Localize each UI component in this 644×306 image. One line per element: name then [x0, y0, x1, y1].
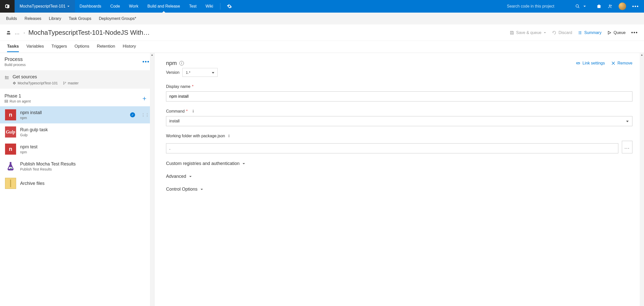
working-folder-input[interactable]: [166, 143, 618, 153]
svg-rect-5: [5, 100, 8, 101]
hub-subnav: Builds Releases Library Task Groups Depl…: [0, 13, 644, 25]
project-selector[interactable]: MochaTypescriptTest-101: [15, 0, 75, 13]
svg-point-0: [576, 5, 579, 7]
definition-tabs: Tasks Variables Triggers Options Retenti…: [0, 41, 644, 53]
breadcrumb-more[interactable]: …: [15, 30, 20, 36]
search-container: [501, 0, 591, 13]
subnav-task-groups[interactable]: Task Groups: [69, 16, 91, 21]
info-icon[interactable]: i: [229, 134, 230, 138]
working-folder-label: Working folder with package.json i: [166, 134, 632, 138]
section-custom-registries[interactable]: Custom registries and authentication: [166, 161, 632, 166]
tab-triggers[interactable]: Triggers: [52, 41, 67, 52]
breadcrumb-chevron: ›: [24, 31, 25, 35]
tab-options[interactable]: Options: [74, 41, 89, 52]
page-header: … › MochaTypescriptTest-101-NodeJS With……: [0, 25, 644, 41]
section-advanced[interactable]: Advanced: [166, 174, 632, 179]
subnav-builds[interactable]: Builds: [6, 16, 17, 21]
display-name-input[interactable]: [166, 91, 632, 101]
save-queue-button[interactable]: Save & queue: [510, 30, 547, 35]
top-nav-bar: MochaTypescriptTest-101 Dashboards Code …: [0, 0, 644, 13]
settings-gear[interactable]: [223, 0, 236, 13]
nav-dashboards[interactable]: Dashboards: [75, 0, 106, 13]
task-publish-results[interactable]: Publish Mocha Test Results Publish Test …: [0, 158, 154, 175]
link-icon: [576, 61, 580, 65]
search-input[interactable]: [507, 4, 572, 9]
flask-icon: [5, 161, 16, 172]
tab-retention[interactable]: Retention: [97, 41, 115, 52]
discard-button[interactable]: Discard: [552, 30, 572, 35]
task-detail-panel: npm i Link settings Remove Version 1.*: [154, 53, 644, 306]
detail-title: npm: [166, 60, 177, 66]
sources-repo: MochaTypescriptTest-101: [13, 81, 58, 85]
repo-icon: [13, 81, 16, 85]
marketplace-icon[interactable]: [596, 4, 601, 9]
nav-build-release[interactable]: Build and Release: [143, 0, 185, 13]
svg-point-2: [63, 82, 64, 82]
sources-icon: [5, 75, 9, 85]
version-label: Version: [166, 70, 179, 75]
vsts-logo[interactable]: [0, 0, 15, 13]
search-icon[interactable]: [575, 4, 580, 9]
process-more[interactable]: •••: [142, 58, 150, 65]
gear-icon: [227, 4, 232, 9]
remove-button[interactable]: Remove: [611, 61, 632, 65]
undo-icon: [552, 30, 556, 35]
nav-work[interactable]: Work: [125, 0, 143, 13]
sources-title: Get sources: [13, 74, 78, 80]
save-icon: [510, 30, 514, 35]
link-settings-button[interactable]: Link settings: [576, 61, 605, 65]
tab-history[interactable]: History: [123, 41, 136, 52]
task-npm-test[interactable]: n npm test npm: [0, 141, 154, 158]
command-label: Command* i: [166, 109, 632, 114]
subnav-deployment-groups[interactable]: Deployment Groups*: [99, 16, 136, 21]
subnav-releases[interactable]: Releases: [25, 16, 42, 21]
queue-button[interactable]: Queue: [607, 30, 626, 35]
sources-branch: master: [63, 81, 79, 85]
task-archive[interactable]: Archive files: [0, 175, 154, 192]
phase-row[interactable]: Phase 1 Run on agent ＋: [0, 89, 154, 106]
svg-point-4: [65, 82, 66, 83]
nav-code[interactable]: Code: [106, 0, 125, 13]
more-actions[interactable]: •••: [631, 30, 638, 36]
add-task-button[interactable]: ＋: [141, 94, 150, 103]
people-icon[interactable]: [608, 4, 613, 9]
summary-button[interactable]: Summary: [578, 30, 601, 35]
command-select[interactable]: install: [166, 116, 632, 126]
chevron-down-icon: [189, 175, 192, 178]
task-npm-install[interactable]: n npm install npm ✓ ⋮⋮: [0, 106, 154, 123]
svg-rect-7: [10, 180, 11, 187]
get-sources-row[interactable]: Get sources MochaTypescriptTest-101 mast…: [0, 70, 154, 89]
tab-tasks[interactable]: Tasks: [7, 41, 19, 52]
play-icon: [607, 30, 612, 35]
separator: [220, 3, 220, 10]
tab-variables[interactable]: Variables: [26, 41, 44, 52]
top-nav: Dashboards Code Work Build and Release T…: [75, 0, 218, 13]
gulp-icon: Gulp: [5, 126, 16, 138]
svg-point-3: [63, 84, 64, 85]
chevron-down-icon[interactable]: [583, 5, 586, 8]
phase-subtitle: Run on agent: [5, 99, 31, 103]
section-control-options[interactable]: Control Options: [166, 187, 632, 192]
svg-rect-6: [5, 101, 8, 103]
process-row[interactable]: Process Build process •••: [0, 53, 154, 70]
project-name: MochaTypescriptTest-101: [20, 4, 65, 9]
version-select[interactable]: 1.*: [182, 68, 218, 77]
drag-handle-icon[interactable]: ⋮⋮: [139, 113, 149, 117]
task-gulp[interactable]: Gulp Run gulp task Gulp: [0, 123, 154, 141]
process-subtitle: Build process: [5, 63, 26, 67]
archive-icon: [5, 178, 16, 189]
info-icon[interactable]: i: [193, 109, 194, 114]
process-title: Process: [5, 56, 26, 62]
user-avatar[interactable]: [619, 3, 626, 10]
info-icon[interactable]: i: [179, 61, 184, 65]
phase-title: Phase 1: [5, 93, 31, 99]
more-icon[interactable]: •••: [632, 4, 639, 9]
chevron-down-icon: [67, 5, 70, 8]
scrollbar[interactable]: ▲: [640, 53, 644, 306]
nav-test[interactable]: Test: [185, 0, 201, 13]
scrollbar[interactable]: ▲: [150, 53, 154, 306]
close-icon: [611, 61, 615, 65]
browse-button[interactable]: ...: [622, 141, 632, 153]
subnav-library[interactable]: Library: [49, 16, 61, 21]
nav-wiki[interactable]: Wiki: [201, 0, 218, 13]
